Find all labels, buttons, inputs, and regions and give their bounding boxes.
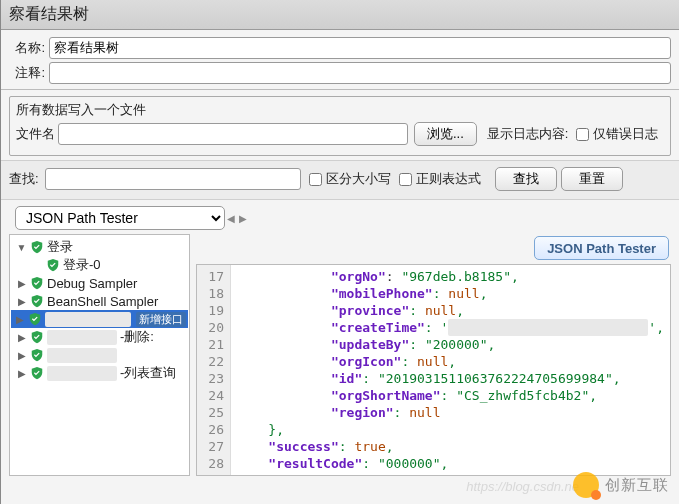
disclosure-icon[interactable]: ▶: [16, 332, 27, 343]
node-label-redacted: .: [47, 348, 117, 363]
name-label: 名称:: [9, 39, 45, 57]
tree-node[interactable]: ▶.: [11, 346, 188, 364]
json-path-tester-button[interactable]: JSON Path Tester: [534, 236, 669, 260]
status-shield-icon: [30, 330, 44, 344]
reset-button[interactable]: 重置: [561, 167, 623, 191]
disclosure-icon[interactable]: ▶: [16, 314, 25, 325]
status-shield-icon: [30, 294, 44, 308]
search-input[interactable]: [45, 168, 301, 190]
status-shield-icon: [46, 258, 60, 272]
name-input[interactable]: [49, 37, 671, 59]
node-label-redacted: .: [47, 366, 117, 381]
search-label: 查找:: [9, 170, 45, 188]
tree-node[interactable]: ▶.-列表查询: [11, 364, 188, 382]
tree-node[interactable]: ▶.-删除:: [11, 328, 188, 346]
tree-node[interactable]: ▶Debug Sampler: [11, 274, 188, 292]
disclosure-icon[interactable]: ▶: [16, 296, 27, 307]
filename-label: 文件名: [16, 125, 58, 143]
node-label: Debug Sampler: [47, 276, 137, 291]
node-label: BeanShell Sampler: [47, 294, 158, 309]
render-select[interactable]: JSON Path Tester: [15, 206, 225, 230]
node-suffix: -删除:: [120, 328, 154, 346]
watermark-text: 创新互联: [605, 476, 669, 495]
regex-label: 正则表达式: [416, 170, 481, 188]
status-shield-icon: [30, 276, 44, 290]
only-errors-checkbox[interactable]: 仅错误日志: [576, 125, 658, 143]
comment-input[interactable]: [49, 62, 671, 84]
filename-input[interactable]: [58, 123, 408, 145]
node-suffix: -列表查询: [120, 364, 176, 382]
case-sensitive-checkbox[interactable]: 区分大小写: [309, 170, 391, 188]
line-gutter: 17 18 19 20 21 22 23 24 25 26 27 28 29 3…: [197, 265, 231, 475]
status-shield-icon: [30, 366, 44, 380]
search-button[interactable]: 查找: [495, 167, 557, 191]
tree-node[interactable]: 登录-0: [11, 256, 188, 274]
watermark: 创新互联: [573, 472, 669, 498]
file-output-heading: 所有数据写入一个文件: [16, 101, 664, 119]
code-text[interactable]: "orgNo": "967deb.b8185", "mobilePhone": …: [231, 265, 670, 475]
status-shield-icon: [30, 348, 44, 362]
node-label: 登录-0: [63, 256, 101, 274]
status-shield-icon: [28, 312, 42, 326]
node-label: 登录: [47, 238, 73, 256]
results-tree[interactable]: ▼登录登录-0▶Debug Sampler▶BeanShell Sampler▶…: [9, 234, 190, 476]
node-label-redacted: .: [47, 330, 117, 345]
response-code-viewer[interactable]: 17 18 19 20 21 22 23 24 25 26 27 28 29 3…: [196, 264, 671, 476]
watermark-logo-icon: [573, 472, 599, 498]
ghost-url: https://blog.csdn.ne: [466, 479, 579, 494]
log-content-label: 显示日志内容:: [487, 125, 569, 143]
window-title: 察看结果树: [1, 0, 679, 30]
browse-button[interactable]: 浏览...: [414, 122, 477, 146]
file-output-panel: 所有数据写入一个文件 文件名 浏览... 显示日志内容: 仅错误日志: [9, 96, 671, 156]
case-sensitive-label: 区分大小写: [326, 170, 391, 188]
splitter-right-icon[interactable]: ▶: [239, 213, 247, 224]
tree-node[interactable]: ▶BeanShell Sampler: [11, 292, 188, 310]
comment-label: 注释:: [9, 64, 45, 82]
disclosure-icon[interactable]: ▶: [16, 350, 27, 361]
splitter-left-icon[interactable]: ◀: [227, 213, 235, 224]
tree-node[interactable]: ▶.新增接口: [11, 310, 188, 328]
disclosure-icon[interactable]: ▶: [16, 278, 27, 289]
disclosure-icon[interactable]: ▶: [16, 368, 27, 379]
node-badge: 新增接口: [136, 312, 186, 327]
tree-node[interactable]: ▼登录: [11, 238, 188, 256]
node-label-redacted: .: [45, 312, 131, 327]
regex-checkbox[interactable]: 正则表达式: [399, 170, 481, 188]
disclosure-icon[interactable]: ▼: [16, 242, 27, 253]
status-shield-icon: [30, 240, 44, 254]
only-errors-label: 仅错误日志: [593, 125, 658, 143]
